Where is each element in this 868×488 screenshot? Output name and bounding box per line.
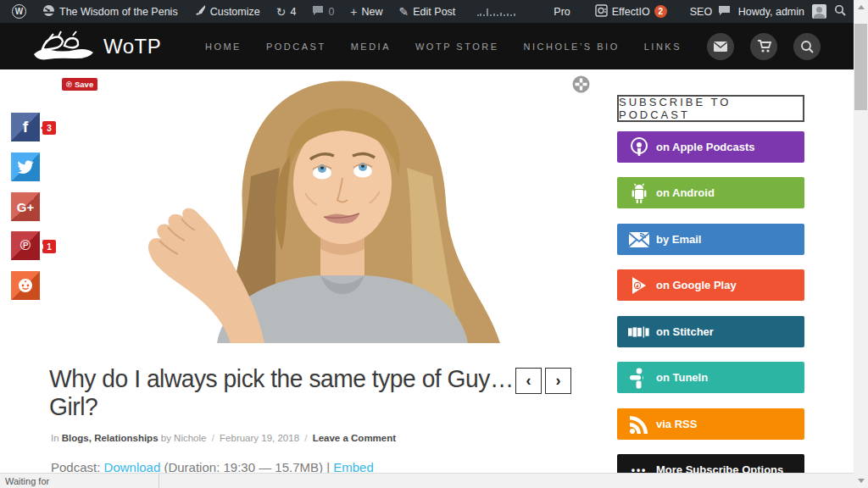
search-icon [800,40,814,53]
meta-author[interactable]: by Nichole [161,433,207,443]
updates-count: 4 [290,6,296,18]
post-title: Why do I always pick the same type of Gu… [49,364,543,420]
vertical-scrollbar[interactable] [854,0,868,488]
subscribe-button-label: on Google Play [656,279,737,291]
effectio-badge: 2 [654,5,667,18]
comments-count: 0 [328,6,334,18]
pinterest-save-button[interactable]: ℗ Save [62,78,97,91]
admin-search-icon[interactable] [834,4,846,19]
subscribe-google-play-button[interactable]: on Google Play [617,269,804,301]
target-icon[interactable] [572,75,590,93]
wp-admin-bar: W The Wisdom of the Penis Customize ↻ 4 … [0,0,868,23]
seo-menu[interactable]: SEO [685,0,717,23]
next-post-button[interactable]: › [545,368,571,394]
scrollbar-down-button[interactable] [854,474,868,488]
save-label: Save [75,80,93,89]
horizontal-scrollbar-strip[interactable]: Waiting for public.newsharecounts.com... [0,473,854,488]
nav-nicholes-bio[interactable]: NICHOLE’S BIO [524,42,620,52]
updates-menu[interactable]: ↻ 4 [271,0,302,23]
wotp-logo-icon [31,29,97,64]
share-facebook-button[interactable]: f [11,113,40,141]
site-name-label: The Wisdom of the Penis [59,6,178,18]
comment-bubble-icon [312,5,324,19]
share-pinterest-button[interactable]: ℗ [11,231,40,260]
gauge-icon [42,4,55,19]
customize-menu[interactable]: Customize [189,0,265,23]
effectio-icon [595,4,608,19]
facebook-icon: f [23,118,28,136]
subscribe-widget-title: SUBSCRIBE TO PODCAST [617,95,804,122]
nav-wotp-store[interactable]: WOTP STORE [415,42,499,52]
email-button[interactable] [707,33,734,60]
email-subscribe-icon [628,231,650,248]
subscribe-email-button[interactable]: by Email [617,224,804,255]
nav-home[interactable]: HOME [205,42,242,52]
envelope-icon [714,42,727,52]
effectio-label: EffectIO [612,6,650,18]
wp-logo-menu[interactable]: W [7,0,31,23]
seo-label: SEO [690,6,712,18]
meta-separator: / [209,433,217,443]
subscribe-button-label: by Email [656,233,701,246]
edit-post-menu[interactable]: ✎ Edit Post [394,0,461,23]
stitcher-icon [628,325,650,339]
meta-separator: / [302,433,309,443]
meta-comment-link[interactable]: Leave a Comment [313,433,396,443]
share-reddit-button[interactable] [11,271,40,300]
subscribe-android-button[interactable]: on Android [617,177,804,208]
featured-image [51,75,593,343]
cart-icon [757,40,771,53]
site-name-menu[interactable]: The Wisdom of the Penis [37,0,183,23]
post-title-line2: Girl? [49,392,543,420]
twitter-icon [18,160,34,174]
subscribe-button-label: on TuneIn [656,371,708,384]
scrollbar-thumb[interactable] [854,24,867,110]
pro-menu[interactable]: Pro [548,0,575,23]
pinterest-icon: ℗ [66,80,72,89]
site-logo[interactable]: WoTP [31,29,161,64]
previous-post-button[interactable]: ‹ [515,368,542,394]
admin-avatar[interactable] [812,4,826,19]
subscribe-tunein-button[interactable]: on TuneIn [617,362,804,393]
android-icon [628,182,650,204]
howdy-label[interactable]: Howdy, admin [738,6,804,18]
googleplus-icon: G+ [17,200,34,214]
google-play-icon [628,275,650,296]
nav-links[interactable]: LINKS [644,42,682,52]
browser-viewport: W The Wisdom of the Penis Customize ↻ 4 … [0,0,868,488]
wordpress-logo-icon: W [12,4,26,19]
admin-comment-icon[interactable] [718,5,731,19]
new-content-menu[interactable]: + New [345,0,387,23]
customize-label: Customize [210,6,260,18]
pro-label: Pro [554,6,570,18]
pinterest-share-count: 1 [42,240,56,253]
chevron-left-icon: ‹ [526,372,531,390]
subscribe-button-label: on Apple Podcasts [656,141,755,153]
subscribe-rss-button[interactable]: via RSS [617,408,804,440]
effectio-menu[interactable]: EffectIO 2 [590,0,672,23]
meta-categories-link[interactable]: Blogs, Relationships [62,433,159,443]
nav-media[interactable]: MEDIA [351,42,391,52]
paintbrush-icon [194,4,206,19]
subscribe-stitcher-button[interactable]: on Stitcher [617,316,804,347]
new-label: New [362,6,383,18]
nav-podcast[interactable]: PODCAST [266,42,326,52]
subscribe-button-label: on Android [656,186,715,199]
edit-post-label: Edit Post [413,6,455,18]
pencil-icon: ✎ [399,6,409,18]
subscribe-apple-podcasts-button[interactable]: on Apple Podcasts [617,131,804,163]
sparkline-icon [476,7,517,17]
triangle-up-icon [858,5,865,9]
share-googleplus-button[interactable]: G+ [11,192,40,221]
reddit-icon [18,278,33,293]
post-meta: In Blogs, Relationships by Nichole / Feb… [51,433,396,443]
scrollbar-up-button[interactable] [854,0,868,14]
rss-icon [628,414,650,435]
comments-menu[interactable]: 0 [307,0,339,23]
stats-sparkline[interactable] [471,0,522,23]
facebook-share-count: 3 [42,121,56,135]
search-button[interactable] [793,33,821,60]
share-twitter-button[interactable] [11,152,40,181]
post-title-line1: Why do I always pick the same type of Gu… [49,364,543,392]
cart-button[interactable] [750,33,777,60]
